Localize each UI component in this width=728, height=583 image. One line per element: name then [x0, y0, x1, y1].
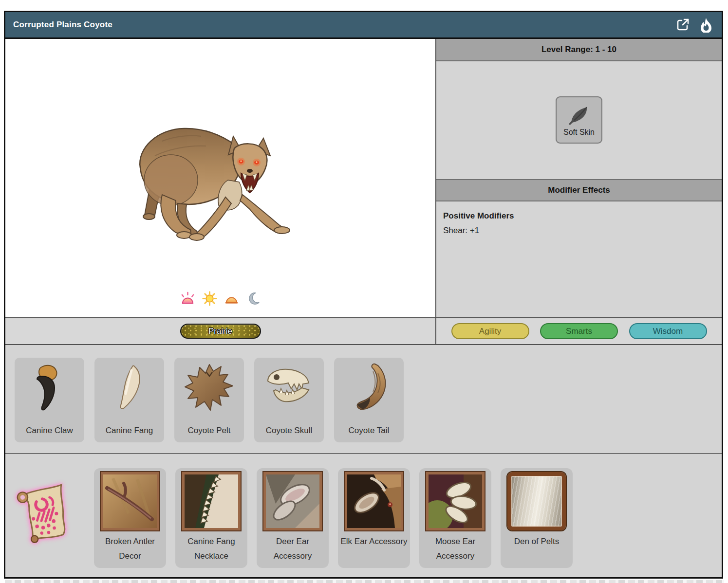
- corrupted-plains-coyote-illustration: [133, 122, 308, 248]
- loot-card-moose-ear-accessory[interactable]: Moose Ear Accessory: [419, 468, 491, 568]
- modifier-entry: Shear: +1: [443, 226, 715, 236]
- fire-icon[interactable]: [698, 17, 714, 33]
- loot-label: Deer Ear Accessory: [257, 534, 329, 564]
- external-link-icon[interactable]: [675, 17, 691, 33]
- page-bottom-edge: [5, 580, 724, 583]
- sunrise-icon: [180, 291, 195, 306]
- stat-button-agility[interactable]: Agility: [451, 323, 529, 339]
- drop-label: Canine Fang: [94, 426, 164, 436]
- deer-ear-accessory-image: [263, 472, 322, 530]
- buff-area: Soft Skin: [436, 61, 722, 179]
- stat-button-smarts[interactable]: Smarts: [540, 323, 618, 339]
- loot-card-deer-ear-accessory[interactable]: Deer Ear Accessory: [257, 468, 329, 568]
- stats-cell: Agility Smarts Wisdom: [436, 318, 722, 344]
- buff-soft-skin[interactable]: Soft Skin: [556, 96, 602, 144]
- loot-label: Broken Antler Decor: [94, 534, 166, 564]
- title-bar: Corrupted Plains Coyote: [5, 12, 722, 39]
- modifier-effects-body: Positive Modifiers Shear: +1: [436, 201, 722, 317]
- den-of-pelts-image: [507, 472, 566, 530]
- loot-card-den-of-pelts[interactable]: Den of Pelts: [501, 468, 573, 568]
- loot-card-elk-ear-accessory[interactable]: Elk Ear Accessory: [338, 468, 410, 568]
- drop-card-canine-fang[interactable]: Canine Fang: [94, 358, 164, 442]
- drop-label: Coyote Tail: [334, 426, 404, 436]
- stat-button-wisdom[interactable]: Wisdom: [629, 323, 707, 339]
- moose-ear-accessory-image: [426, 472, 485, 530]
- coyote-pelt-icon: [182, 362, 237, 416]
- drops-section: Canine Claw Canine Fang Coyote Pelt: [5, 345, 722, 454]
- canine-fang-necklace-image: [182, 472, 241, 530]
- drop-label: Coyote Pelt: [174, 426, 244, 436]
- drop-card-coyote-pelt[interactable]: Coyote Pelt: [174, 358, 244, 442]
- loot-label: Canine Fang Necklace: [175, 534, 247, 564]
- loot-label: Moose Ear Accessory: [419, 534, 491, 564]
- coyote-skull-icon: [262, 362, 317, 416]
- loot-card-broken-antler-decor[interactable]: Broken Antler Decor: [94, 468, 166, 568]
- canine-claw-icon: [22, 362, 77, 416]
- biome-button-prairie[interactable]: Prairie: [180, 324, 261, 339]
- loot-card-canine-fang-necklace[interactable]: Canine Fang Necklace: [175, 468, 247, 568]
- sun-icon: [202, 291, 217, 306]
- special-drops-section: Broken Antler Decor: [5, 454, 722, 577]
- drop-card-coyote-tail[interactable]: Coyote Tail: [334, 358, 404, 442]
- loot-label: Elk Ear Accessory: [338, 534, 410, 549]
- drop-card-coyote-skull[interactable]: Coyote Skull: [254, 358, 324, 442]
- loot-label: Den of Pelts: [501, 534, 573, 549]
- moon-icon: [246, 291, 261, 306]
- active-times: [5, 291, 435, 306]
- creature-pane: [5, 39, 436, 317]
- modifier-effects-bar: Modifier Effects: [436, 179, 722, 201]
- drop-label: Canine Claw: [15, 426, 84, 436]
- title-bar-icons: [675, 17, 714, 33]
- broken-antler-decor-image: [101, 472, 159, 530]
- canine-fang-icon: [102, 362, 157, 416]
- feather-icon: [568, 104, 590, 126]
- loot-row: Broken Antler Decor: [94, 468, 573, 568]
- info-pane: Level Range: 1 - 10 Soft Skin Modifier E…: [436, 39, 722, 317]
- coyote-tail-icon: [342, 362, 396, 416]
- elk-ear-accessory-image: [345, 472, 403, 530]
- encounter-window: Corrupted Plains Coyote: [4, 11, 723, 579]
- drop-card-canine-claw[interactable]: Canine Claw: [15, 358, 84, 442]
- biome-stats-strip: Prairie Agility Smarts Wisdom: [5, 317, 722, 345]
- glowing-scroll-icon[interactable]: [13, 482, 77, 546]
- biome-cell: Prairie: [5, 318, 436, 344]
- page: Corrupted Plains Coyote: [0, 0, 728, 583]
- positive-modifiers-title: Positive Modifiers: [443, 211, 715, 221]
- level-range-bar: Level Range: 1 - 10: [436, 39, 722, 61]
- buff-label: Soft Skin: [563, 128, 595, 137]
- drop-label: Coyote Skull: [254, 426, 324, 436]
- page-title: Corrupted Plains Coyote: [13, 20, 112, 30]
- sunset-icon: [224, 291, 239, 306]
- main-content: Level Range: 1 - 10 Soft Skin Modifier E…: [5, 39, 722, 317]
